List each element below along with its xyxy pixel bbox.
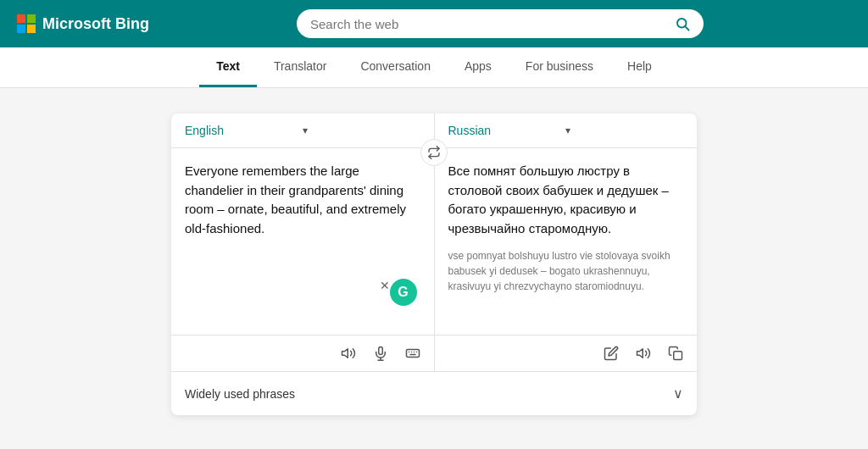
grammarly-letter: G (398, 285, 408, 300)
svg-line-1 (685, 26, 688, 30)
nav-item-apps[interactable]: Apps (448, 47, 509, 87)
phrases-section[interactable]: Widely used phrases ∨ (171, 371, 697, 415)
speak-source-button[interactable] (337, 342, 359, 364)
phrases-label: Widely used phrases (185, 387, 295, 401)
nav-item-help[interactable]: Help (610, 47, 669, 87)
grammarly-badge[interactable]: G (390, 279, 417, 306)
target-text: Все помнят большую люстру в столовой сво… (448, 162, 684, 238)
logo: Microsoft Bing (17, 14, 149, 33)
edit-button[interactable] (600, 342, 622, 364)
mic-button[interactable] (370, 342, 392, 364)
logo-grid (17, 14, 36, 33)
transliteration-text: vse pomnyat bolshuyu lustro vie stolovay… (448, 248, 684, 294)
svg-marker-2 (342, 349, 348, 358)
source-lang-selector[interactable]: English ▾ (171, 114, 434, 148)
speak-target-button[interactable] (632, 342, 654, 364)
keyboard-button[interactable] (402, 342, 424, 364)
speaker-target-icon (636, 346, 651, 361)
nav-item-translator[interactable]: Translator (257, 47, 344, 87)
nav: Text Translator Conversation Apps For bu… (0, 47, 868, 88)
phrases-chevron-icon: ∨ (673, 385, 683, 402)
target-text-area: Все помнят большую люстру в столовой сво… (435, 148, 698, 335)
translator-container: English ▾ Everyone remembers the large c… (171, 114, 697, 415)
target-panel-actions (435, 335, 698, 371)
source-lang-label: English (185, 124, 303, 137)
main: English ▾ Everyone remembers the large c… (0, 88, 868, 441)
nav-item-for-business[interactable]: For business (509, 47, 610, 87)
target-panel: Russian ▾ Все помнят большую люстру в ст… (435, 114, 698, 371)
keyboard-icon (405, 346, 420, 361)
speaker-icon (341, 346, 356, 361)
mic-icon (373, 346, 388, 361)
copy-button[interactable] (665, 342, 687, 364)
logo-text: Microsoft Bing (42, 15, 149, 33)
close-button[interactable]: ✕ (380, 279, 390, 292)
swap-icon (427, 146, 441, 159)
svg-marker-12 (637, 349, 643, 358)
nav-item-conversation[interactable]: Conversation (343, 47, 448, 87)
source-text: Everyone remembers the large chandelier … (185, 164, 406, 236)
source-lang-chevron-icon: ▾ (303, 125, 420, 136)
svg-rect-13 (674, 352, 682, 360)
target-lang-chevron-icon: ▾ (565, 125, 683, 136)
copy-icon (668, 346, 683, 361)
edit-icon (604, 346, 619, 361)
svg-rect-6 (406, 350, 419, 358)
target-lang-label: Russian (448, 124, 566, 137)
source-text-area[interactable]: Everyone remembers the large chandelier … (171, 148, 434, 335)
swap-languages-button[interactable] (420, 139, 448, 166)
search-button[interactable] (675, 16, 690, 31)
header: Microsoft Bing (0, 0, 868, 47)
search-icon (675, 16, 690, 31)
search-bar (149, 9, 851, 38)
source-panel: English ▾ Everyone remembers the large c… (171, 114, 435, 371)
swap-btn-wrap (420, 139, 448, 166)
panels-wrapper: English ▾ Everyone remembers the large c… (171, 114, 697, 371)
nav-item-text[interactable]: Text (199, 47, 257, 87)
search-input-wrap (297, 9, 704, 38)
source-panel-actions (171, 335, 434, 371)
search-input[interactable] (310, 17, 668, 31)
svg-rect-3 (378, 347, 382, 355)
target-lang-selector[interactable]: Russian ▾ (435, 114, 698, 148)
